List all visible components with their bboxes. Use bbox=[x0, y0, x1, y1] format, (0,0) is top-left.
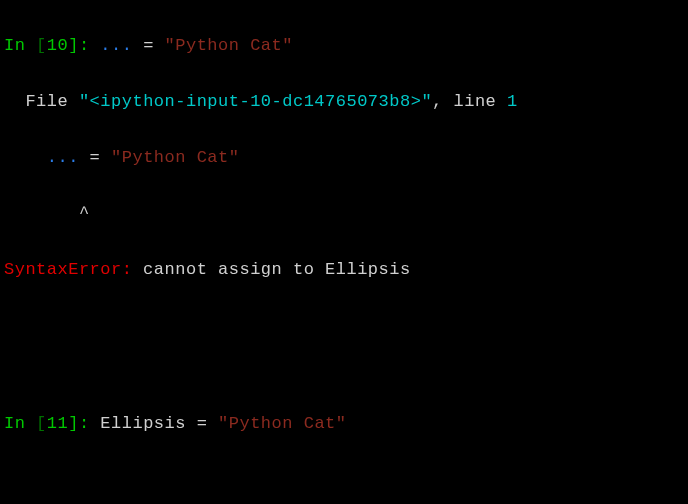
equals-op: = bbox=[132, 36, 164, 55]
identifier: Ellipsis bbox=[100, 414, 196, 433]
traceback-caret-line: ^ bbox=[4, 200, 684, 228]
traceback-echo-line: ... = "Python Cat" bbox=[4, 144, 684, 172]
bracket-open: [ bbox=[36, 36, 47, 55]
error-name: SyntaxError: bbox=[4, 260, 132, 279]
traceback-lineno: 1 bbox=[507, 92, 518, 111]
traceback-filename: "<ipython-input-10-dc14765073b8>" bbox=[79, 92, 432, 111]
ellipsis-literal: ... bbox=[100, 36, 132, 55]
bracket-close: ]: bbox=[68, 36, 100, 55]
in-line-11: In [11]: Ellipsis = "Python Cat" bbox=[4, 410, 684, 438]
traceback-file-line: File "<ipython-input-10-dc14765073b8>", … bbox=[4, 88, 684, 116]
in-prompt: In bbox=[4, 36, 36, 55]
in-line-10: In [10]: ... = "Python Cat" bbox=[4, 32, 684, 60]
string-literal: "Python Cat" bbox=[165, 36, 293, 55]
ipython-terminal[interactable]: In [10]: ... = "Python Cat" File "<ipyth… bbox=[0, 0, 688, 504]
prompt-number: 10 bbox=[47, 36, 68, 55]
error-line: SyntaxError: cannot assign to Ellipsis bbox=[4, 256, 684, 284]
error-message: cannot assign to Ellipsis bbox=[132, 260, 410, 279]
